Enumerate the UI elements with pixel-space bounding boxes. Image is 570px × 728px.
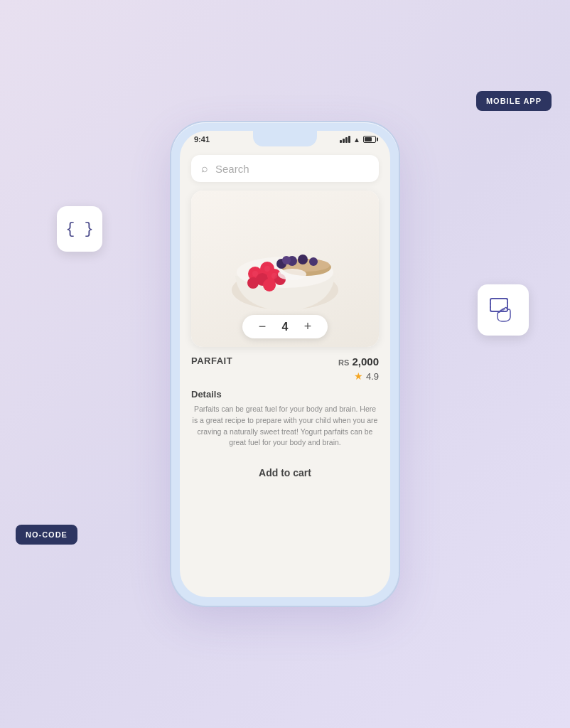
- status-icons: ▲: [340, 136, 376, 144]
- braces-icon: { }: [65, 220, 94, 238]
- svg-point-19: [264, 266, 270, 272]
- bowl-image-svg: [214, 208, 356, 329]
- battery-icon: [363, 136, 376, 143]
- status-time: 9:41: [194, 135, 210, 144]
- hand-touch-icon: [488, 294, 519, 326]
- svg-point-16: [263, 279, 276, 291]
- product-info: PARFAIT RS 2,000: [180, 347, 390, 370]
- product-price: RS 2,000: [338, 355, 379, 368]
- mobile-app-badge: MOBILE APP: [476, 91, 552, 111]
- phone-shell: 9:41 ▲ ⌕ Search: [171, 122, 399, 606]
- search-placeholder-text: Search: [215, 163, 249, 175]
- quantity-control[interactable]: − 4 +: [242, 315, 328, 338]
- rating-row: ★ 4.9: [180, 370, 390, 386]
- phone-screen: 9:41 ▲ ⌕ Search: [180, 131, 390, 597]
- price-currency: RS: [338, 358, 349, 367]
- details-section: Details Parfaits can be great fuel for y…: [180, 386, 390, 456]
- wifi-icon: ▲: [353, 136, 360, 144]
- phone-notch: [253, 131, 317, 146]
- add-to-cart-button[interactable]: Add to cart: [191, 459, 379, 487]
- code-braces-icon-card: { }: [57, 206, 102, 252]
- details-description: Parfaits can be great fuel for your body…: [191, 404, 379, 449]
- product-image-container: − 4 +: [191, 191, 379, 347]
- touch-icon-card: [478, 284, 529, 336]
- rating-value: 4.9: [366, 371, 379, 382]
- increase-quantity-button[interactable]: +: [301, 319, 315, 334]
- screen-content: ⌕ Search: [180, 146, 390, 597]
- details-title: Details: [191, 389, 379, 400]
- decrease-quantity-button[interactable]: −: [255, 319, 269, 334]
- no-code-badge: NO-CODE: [16, 525, 77, 545]
- product-name: PARFAIT: [191, 355, 232, 366]
- svg-point-15: [247, 277, 259, 289]
- price-value: 2,000: [352, 355, 379, 368]
- signal-icon: [340, 136, 350, 143]
- search-icon: ⌕: [201, 162, 208, 175]
- svg-point-10: [282, 256, 291, 264]
- quantity-value: 4: [279, 321, 291, 333]
- svg-point-20: [271, 273, 277, 279]
- svg-point-21: [278, 269, 306, 280]
- svg-point-8: [298, 255, 308, 264]
- search-bar[interactable]: ⌕ Search: [191, 155, 379, 182]
- svg-point-9: [309, 257, 318, 266]
- svg-point-18: [252, 271, 258, 277]
- star-icon: ★: [354, 370, 363, 382]
